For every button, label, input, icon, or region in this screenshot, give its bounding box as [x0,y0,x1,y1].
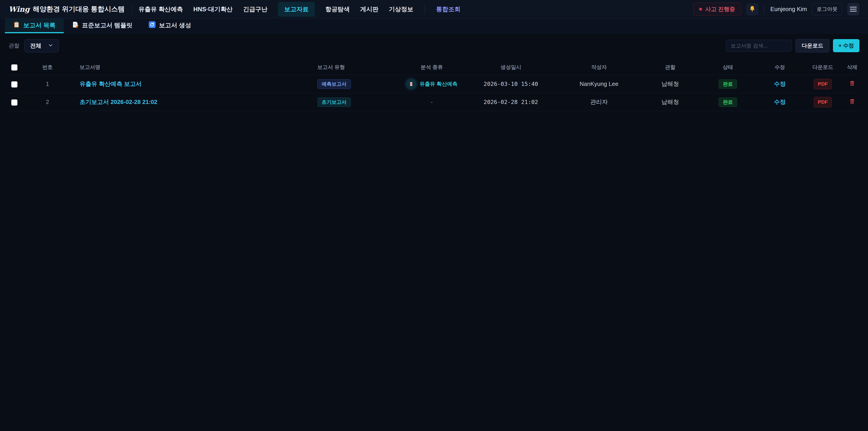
table-header-row: 번호 보고서명 보고서 유형 분석 종류 생성일시 작성자 관할 상태 수정 다… [7,59,861,75]
report-type-badge: 초기보고서 [317,97,351,107]
tab-label: 보고서 생성 [159,21,191,29]
incident-dot-icon [699,8,702,11]
tab-label: 보고서 목록 [23,21,56,29]
status-badge: 완료 [719,79,737,89]
chevron-down-icon [48,42,53,49]
app-logo: Wing 해양환경 위기대응 통합시스템 [8,4,125,14]
row-number: 1 [46,81,49,87]
status-badge: 완료 [719,97,737,107]
bell-icon [749,5,756,13]
row-number: 2 [46,99,49,105]
tab-standard-template[interactable]: 표준보고서 템플릿 [64,19,141,33]
report-type-badge: 예측보고서 [317,79,351,89]
nav-item-integrated-search[interactable]: 통합조회 [436,5,460,13]
incident-status-badge: 사고 진행중 [693,2,741,16]
tab-report-create[interactable]: 보고서 생성 [141,19,199,33]
pdf-download-button[interactable]: PDF [814,79,832,89]
nav-item-weather[interactable]: 기상정보 [389,5,413,13]
app-header: Wing 해양환경 위기대응 통합시스템 유출유 확산예측 HNS·대기확산 긴… [0,0,868,19]
nav-item-hns-atmosphere[interactable]: HNS·대기확산 [193,5,232,13]
oil-drum-icon [406,79,416,89]
created-datetime: 2026-02-28 21:02 [484,99,538,105]
jurisdiction-filter-label: 관할 [8,42,20,49]
col-header-created: 생성일시 [466,59,556,75]
col-header-download: 다운로드 [802,59,843,75]
memo-pencil-icon [72,21,79,30]
col-header-report-type: 보고서 유형 [307,59,398,75]
analysis-type-label: 유출유 확산예측 [420,81,457,88]
col-header-jurisdiction: 관할 [642,59,699,75]
edit-link[interactable]: 수정 [774,81,786,87]
filter-actions: 다운로드 + 수정 [726,39,860,53]
tab-report-list[interactable]: 보고서 목록 [5,19,64,33]
nav-item-aerial-search[interactable]: 항공탐색 [325,5,350,13]
tab-label: 표준보고서 템플릿 [82,21,133,29]
col-header-report-name: 보고서명 [63,59,307,75]
trash-icon[interactable] [849,98,855,104]
trash-icon[interactable] [849,80,855,86]
hamburger-icon [850,7,857,11]
logout-button[interactable]: 로그아웃 [812,3,842,15]
notification-button[interactable] [746,3,758,16]
edit-link[interactable]: 수정 [774,98,786,105]
main-nav: 유출유 확산예측 HNS·대기확산 긴급구난 보고자료 항공탐색 게시판 기상정… [138,2,461,17]
header-divider-2 [764,4,765,14]
sub-tabbar: 보고서 목록 표준보고서 템플릿 보고서 생성 [0,19,868,33]
col-header-number: 번호 [32,59,63,75]
analysis-type-cell: 유출유 확산예측 [398,79,466,89]
analysis-type-cell: - [431,98,433,105]
table-row: 2 초기보고서 2026-02-28 21:02 초기보고서 - 2026-02… [7,93,861,111]
search-input[interactable] [726,40,792,52]
app-title: 해양환경 위기대응 통합시스템 [33,4,125,14]
incident-label: 사고 진행중 [705,5,735,13]
select-all-checkbox[interactable] [11,64,18,70]
jurisdiction-cell: 남해청 [642,75,699,93]
refresh-icon [149,21,156,30]
col-header-author: 작성자 [556,59,642,75]
nav-item-board[interactable]: 게시판 [360,5,378,13]
table-row: 1 유출유 확산예측 보고서 예측보고서 유출유 확산예측 2026-03-10… [7,75,861,93]
col-header-delete: 삭제 [843,59,861,75]
report-table: 번호 보고서명 보고서 유형 분석 종류 생성일시 작성자 관할 상태 수정 다… [7,59,861,111]
logo-wing-mark: Wing [8,5,30,13]
jurisdiction-cell: 남해청 [642,93,699,111]
user-name: Eunjeong Kim [770,6,807,13]
created-datetime: 2026-03-10 15:40 [484,81,538,87]
col-header-status: 상태 [699,59,757,75]
author-cell: 관리자 [556,93,642,111]
row-checkbox[interactable] [11,81,18,88]
nav-item-oil-spill-prediction[interactable]: 유출유 확산예측 [138,5,183,13]
col-header-analysis-type: 분석 종류 [398,59,466,75]
download-button[interactable]: 다운로드 [796,39,829,53]
report-name-link[interactable]: 유출유 확산예측 보고서 [80,81,142,87]
menu-button[interactable] [847,3,860,16]
nav-item-emergency-rescue[interactable]: 긴급구난 [243,5,268,13]
author-cell: NanKyung Lee [556,75,642,93]
pdf-download-button[interactable]: PDF [814,97,832,107]
header-divider [131,4,132,14]
filter-bar: 관할 전체 다운로드 + 수정 [0,33,868,57]
col-header-edit: 수정 [757,59,802,75]
header-right-cluster: 사고 진행중 Eunjeong Kim 로그아웃 [693,2,860,16]
jurisdiction-selected-value: 전체 [30,42,41,50]
nav-item-reports-active[interactable]: 보고자료 [278,2,315,17]
clipboard-icon [13,21,20,30]
report-name-link[interactable]: 초기보고서 2026-02-28 21:02 [80,98,157,105]
edit-create-button[interactable]: + 수정 [833,39,860,52]
row-checkbox[interactable] [11,99,18,105]
jurisdiction-select[interactable]: 전체 [24,39,59,53]
